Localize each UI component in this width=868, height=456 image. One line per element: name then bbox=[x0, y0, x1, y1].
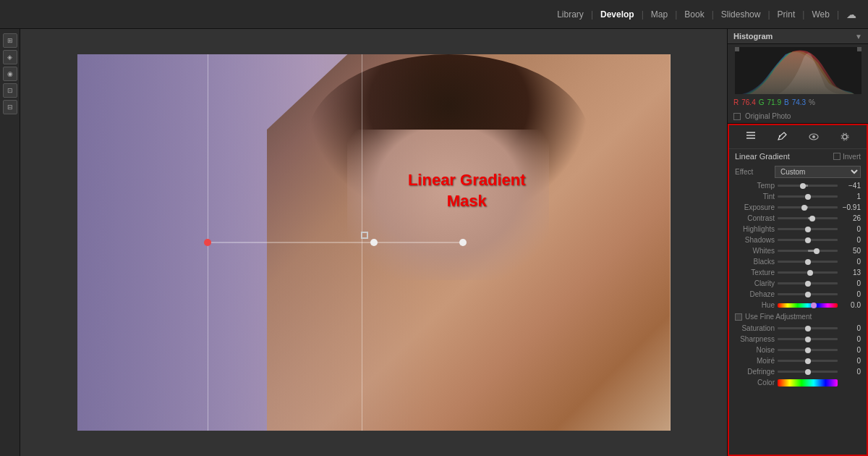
invert-checkbox[interactable] bbox=[833, 153, 841, 160]
slider-thumb-saturation[interactable] bbox=[805, 326, 811, 332]
menu-sep-3: | bbox=[675, 9, 677, 20]
slider-value-sharpness: 0 bbox=[841, 335, 861, 343]
slider-thumb-clarity[interactable] bbox=[805, 281, 811, 287]
slider-thumb-moiré[interactable] bbox=[805, 358, 811, 364]
svg-point-7 bbox=[812, 135, 815, 138]
slider-thumb-defringe[interactable] bbox=[805, 369, 811, 375]
slider-value-exposure: −0.91 bbox=[841, 203, 861, 211]
right-panels: Histogram ▼ bbox=[727, 29, 868, 456]
slider-row-exposure: Exposure −0.91 bbox=[729, 202, 867, 213]
slider-row-temp: Temp −41 bbox=[729, 180, 867, 191]
histogram-title: Histogram bbox=[733, 32, 773, 41]
slider-track-noise[interactable] bbox=[778, 349, 838, 351]
slider-value-texture: 13 bbox=[841, 269, 861, 276]
mask-layers-icon[interactable] bbox=[744, 130, 758, 144]
histogram-canvas bbox=[735, 47, 861, 94]
original-photo-label: Original Photo bbox=[745, 112, 791, 120]
slider-track-moiré[interactable] bbox=[778, 360, 838, 362]
slider-track-saturation[interactable] bbox=[778, 327, 838, 329]
slider-label-dehaze: Dehaze bbox=[735, 290, 775, 298]
cloud-icon[interactable]: ☁ bbox=[846, 9, 856, 20]
slider-thumb-shadows[interactable] bbox=[805, 237, 811, 243]
slider-label-blacks: Blacks bbox=[735, 258, 775, 266]
linear-gradient-title: Linear Gradient bbox=[735, 152, 790, 161]
mask-gear-icon[interactable] bbox=[838, 130, 852, 144]
slider-thumb-sharpness[interactable] bbox=[805, 337, 811, 342]
slider-track-sharpness[interactable] bbox=[778, 338, 838, 340]
slider-track-blacks[interactable] bbox=[778, 261, 838, 263]
slider-track-contrast[interactable] bbox=[778, 217, 838, 219]
photo-container: Linear Gradient Mask bbox=[77, 54, 671, 431]
slider-track-dehaze[interactable] bbox=[778, 293, 838, 295]
slider-thumb-noise[interactable] bbox=[805, 347, 811, 353]
slider-thumb-texture[interactable] bbox=[807, 270, 813, 276]
mask-handle-center[interactable] bbox=[370, 239, 378, 246]
slider-label-contrast: Contrast bbox=[735, 214, 775, 222]
menu-web[interactable]: Web bbox=[806, 7, 835, 22]
slider-track-whites[interactable] bbox=[778, 250, 838, 252]
slider-thumb-highlights[interactable] bbox=[805, 227, 811, 232]
menu-develop[interactable]: Develop bbox=[595, 7, 640, 22]
slider-track-tint[interactable] bbox=[778, 195, 838, 198]
menu-book[interactable]: Book bbox=[678, 7, 710, 22]
slider-value-contrast: 26 bbox=[841, 214, 861, 222]
svg-point-8 bbox=[843, 135, 847, 139]
histogram-header[interactable]: Histogram ▼ bbox=[728, 29, 868, 44]
menu-sep-1: | bbox=[591, 9, 593, 20]
slider-label-clarity: Clarity bbox=[735, 279, 775, 287]
menu-library[interactable]: Library bbox=[551, 7, 590, 22]
mask-tool-icons-row bbox=[729, 125, 867, 149]
tool-crop[interactable]: ⊟ bbox=[3, 100, 17, 114]
main-content: ⊞ ◈ ◉ ⊡ ⊟ bbox=[0, 29, 868, 456]
menu-map[interactable]: Map bbox=[645, 7, 673, 22]
tool-white-balance[interactable]: ◈ bbox=[3, 50, 17, 64]
mask-pen-icon[interactable] bbox=[775, 130, 789, 144]
slider-thumb-temp[interactable] bbox=[800, 183, 806, 189]
menu-sep-7: | bbox=[837, 9, 839, 20]
slider-value-dehaze: 0 bbox=[841, 290, 861, 298]
mask-handle-right[interactable] bbox=[459, 239, 467, 246]
menu-slideshow[interactable]: Slideshow bbox=[715, 7, 767, 22]
slider-label-moiré: Moiré bbox=[735, 357, 775, 365]
slider-thumb-tint[interactable] bbox=[805, 194, 811, 200]
slider-thumb-dehaze[interactable] bbox=[805, 292, 811, 297]
zoom-fit-btn[interactable]: ⊞ bbox=[3, 33, 17, 48]
slider-row-hue: Hue 0.0 bbox=[729, 300, 867, 311]
slider-track-texture[interactable] bbox=[778, 271, 838, 274]
slider-thumb-whites[interactable] bbox=[814, 248, 820, 254]
top-menu-bar: Library | Develop | Map | Book | Slidesh… bbox=[0, 0, 868, 29]
fine-adjustment-label: Use Fine Adjustment bbox=[745, 313, 812, 321]
slider-thumb-blacks[interactable] bbox=[805, 259, 811, 265]
slider-track-clarity[interactable] bbox=[778, 282, 838, 284]
sliders-container: Temp −41 Tint 1 Exposure −0.91 Contrast bbox=[729, 180, 867, 388]
color-strip[interactable] bbox=[778, 379, 838, 387]
invert-label: Invert bbox=[843, 153, 861, 161]
slider-value-defringe: 0 bbox=[841, 368, 861, 376]
mask-handle-left[interactable] bbox=[204, 239, 211, 246]
slider-value-temp: −41 bbox=[841, 182, 861, 190]
tool-compare[interactable]: ⊡ bbox=[3, 83, 17, 98]
original-photo-checkbox[interactable] bbox=[733, 113, 741, 120]
slider-track-exposure[interactable] bbox=[778, 206, 838, 208]
fine-adjustment-checkbox[interactable] bbox=[735, 313, 742, 321]
mask-box-handle[interactable] bbox=[361, 232, 368, 239]
slider-thumb-contrast[interactable] bbox=[809, 216, 815, 221]
menu-sep-4: | bbox=[712, 9, 714, 20]
effect-dropdown[interactable]: Custom Portrait Landscape bbox=[775, 166, 861, 178]
slider-value-saturation: 0 bbox=[841, 324, 861, 332]
hue-slider-track[interactable] bbox=[778, 303, 838, 308]
slider-track-defringe[interactable] bbox=[778, 371, 838, 373]
slider-row-tint: Tint 1 bbox=[729, 191, 867, 202]
slider-track-highlights[interactable] bbox=[778, 228, 838, 230]
menu-print[interactable]: Print bbox=[772, 7, 801, 22]
slider-label-saturation: Saturation bbox=[735, 324, 775, 332]
mask-eye-icon[interactable] bbox=[807, 130, 821, 144]
hue-slider-thumb[interactable] bbox=[811, 303, 817, 308]
tool-color-sample[interactable]: ◉ bbox=[3, 67, 17, 81]
slider-label-hue: Hue bbox=[735, 301, 775, 309]
slider-thumb-exposure[interactable] bbox=[801, 205, 807, 211]
slider-track-shadows[interactable] bbox=[778, 239, 838, 241]
mask-line-horizontal bbox=[208, 242, 463, 243]
svg-rect-0 bbox=[735, 47, 739, 51]
slider-track-temp[interactable] bbox=[778, 185, 838, 187]
